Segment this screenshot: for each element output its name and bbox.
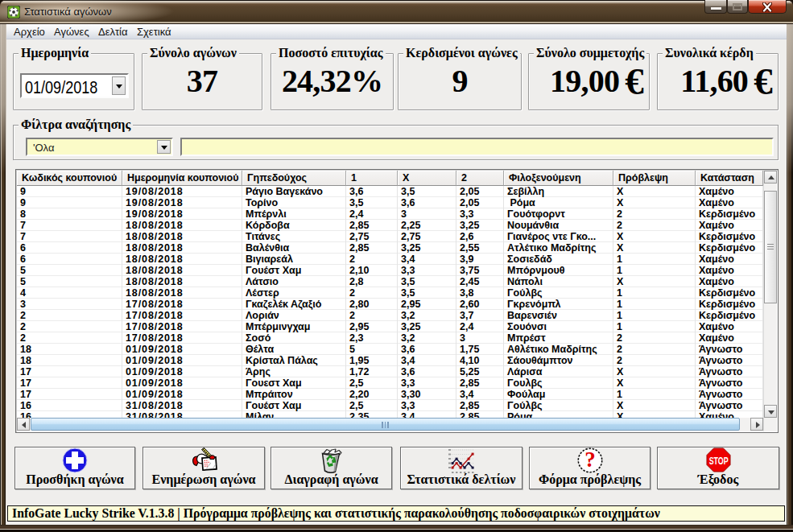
svg-text:?: ? [584,447,596,472]
svg-text:STOP: STOP [708,455,728,467]
